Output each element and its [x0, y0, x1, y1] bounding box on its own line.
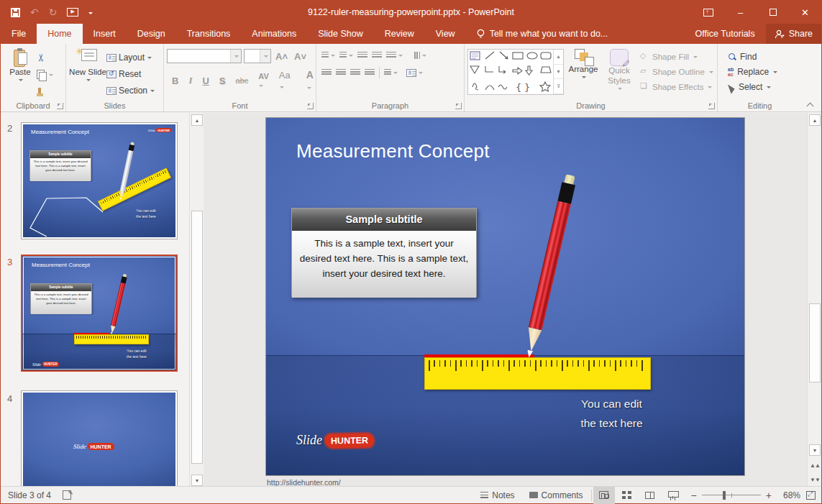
numbering-button[interactable]	[337, 50, 355, 60]
zoom-out-button[interactable]: −	[691, 490, 697, 501]
next-slide-button[interactable]: ▼▼	[809, 474, 821, 485]
notes-toggle-button[interactable]: Notes	[474, 487, 521, 504]
share-button[interactable]: Share	[766, 24, 821, 44]
previous-slide-button[interactable]: ▲▲	[809, 459, 821, 471]
edit-text-placeholder[interactable]: You can editthe text here	[567, 394, 657, 433]
tab-design[interactable]: Design	[127, 24, 176, 44]
layout-button[interactable]: Layout	[106, 50, 155, 65]
slide-sorter-view-button[interactable]	[616, 487, 638, 504]
close-button[interactable]: ✕	[789, 1, 821, 24]
zoom-in-button[interactable]: +	[766, 490, 772, 501]
slide-title[interactable]: Measurement Concept	[296, 140, 490, 162]
shapes-more-icon[interactable]: ⊽	[554, 79, 563, 94]
change-case-button[interactable]: Aa	[277, 70, 293, 91]
shape-outline-button[interactable]: Shape Outline	[640, 64, 713, 79]
tab-home[interactable]: Home	[37, 24, 82, 44]
section-button[interactable]: Section	[106, 83, 155, 98]
current-slide[interactable]: Measurement Concept Sample subtitle This…	[266, 118, 744, 475]
ribbon-display-options-button[interactable]	[692, 1, 724, 24]
office-tutorials-button[interactable]: Office Tutorials	[685, 24, 766, 44]
ruler-graphic[interactable]	[424, 357, 651, 390]
underline-button[interactable]: U	[200, 75, 211, 86]
shape-effects-button[interactable]: Shape Effects	[640, 79, 713, 94]
shapes-scroll-up-icon[interactable]: ▲	[554, 50, 563, 65]
text-shadow-button[interactable]: S	[217, 75, 228, 86]
shrink-font-button[interactable]: A˅	[292, 51, 309, 62]
text-direction-button[interactable]	[411, 50, 429, 60]
tell-me-box[interactable]: Tell me what you want to do...	[466, 24, 618, 44]
align-left-button[interactable]	[319, 68, 334, 78]
thumbnail-scroll-thumb[interactable]	[191, 211, 203, 464]
columns-button[interactable]	[382, 68, 400, 78]
convert-smartart-button[interactable]	[404, 68, 425, 78]
select-button[interactable]: Select	[728, 79, 800, 94]
shape-fill-button[interactable]: Shape Fill	[640, 49, 713, 64]
font-name-combobox[interactable]	[167, 49, 242, 63]
undo-icon[interactable]: ↶	[30, 7, 39, 17]
font-size-combobox[interactable]	[244, 49, 271, 63]
align-right-button[interactable]	[348, 68, 362, 78]
tab-view[interactable]: View	[425, 24, 466, 44]
zoom-level[interactable]: 68%	[779, 490, 805, 500]
justify-button[interactable]	[362, 68, 377, 78]
collapse-ribbon-icon[interactable]	[807, 101, 814, 109]
main-scroll-up-icon[interactable]: ▲	[809, 114, 821, 126]
slideshow-view-button[interactable]	[662, 487, 684, 504]
thumbnail-scrollbar[interactable]: ▲ ▼	[189, 113, 204, 487]
save-icon[interactable]	[11, 8, 20, 17]
quick-styles-button[interactable]: Quick Styles	[603, 47, 636, 98]
tab-review[interactable]: Review	[374, 24, 425, 44]
font-dialog-launcher[interactable]	[307, 103, 314, 109]
fit-slide-to-window-icon[interactable]	[806, 491, 816, 500]
pencil-graphic[interactable]	[521, 174, 577, 361]
arrange-button[interactable]: Arrange	[564, 47, 603, 98]
slide-3-thumbnail[interactable]: Measurement Concept Sample subtitle This…	[21, 255, 178, 372]
normal-view-button[interactable]	[593, 487, 615, 504]
strikethrough-button[interactable]: abc	[234, 76, 251, 85]
tab-transitions[interactable]: Transitions	[176, 24, 242, 44]
tab-insert[interactable]: Insert	[83, 24, 127, 44]
notes-pen-icon[interactable]	[63, 490, 71, 500]
find-button[interactable]: Find	[728, 49, 800, 64]
zoom-slider-thumb[interactable]	[723, 491, 726, 500]
shapes-gallery[interactable]: { } ▲▼⊽	[467, 49, 564, 95]
character-spacing-button[interactable]: AV	[256, 72, 270, 89]
maximize-button[interactable]	[757, 1, 789, 24]
italic-button[interactable]: I	[186, 75, 194, 86]
thumbnail-scroll-down-icon[interactable]: ▼	[191, 475, 203, 486]
clipboard-dialog-launcher[interactable]	[57, 103, 63, 109]
tab-slideshow[interactable]: Slide Show	[307, 24, 374, 44]
copy-button[interactable]	[37, 67, 53, 83]
slide-4-thumbnail[interactable]: Slide HUNTER	[21, 390, 178, 487]
bold-button[interactable]: B	[170, 75, 181, 86]
bullets-button[interactable]	[319, 50, 337, 60]
paste-button[interactable]: Paste	[4, 47, 37, 98]
start-slideshow-icon[interactable]	[67, 8, 78, 17]
drawing-dialog-launcher[interactable]	[708, 103, 715, 109]
zoom-slider[interactable]	[702, 495, 761, 496]
reading-view-button[interactable]	[639, 487, 661, 504]
slide-2-thumbnail[interactable]: Measurement Concept Slide HUNTER Sample …	[21, 122, 178, 239]
thumbnail-scroll-up-icon[interactable]: ▲	[191, 114, 203, 126]
tab-file[interactable]: File	[1, 24, 37, 44]
format-painter-button[interactable]	[37, 84, 53, 100]
align-center-button[interactable]	[334, 68, 348, 78]
subtitle-box[interactable]: Sample subtitle This is a sample text, i…	[291, 208, 477, 297]
new-slide-button[interactable]: ✳ New Slide	[69, 47, 106, 98]
reset-button[interactable]: Reset	[106, 66, 155, 82]
cut-button[interactable]: ✂	[37, 50, 53, 65]
main-scroll-thumb[interactable]	[809, 303, 821, 382]
redo-icon[interactable]: ↻	[49, 7, 58, 17]
shapes-gallery-scrollbar[interactable]: ▲▼⊽	[553, 50, 563, 94]
increase-indent-button[interactable]	[370, 50, 384, 60]
decrease-indent-button[interactable]	[355, 50, 370, 60]
grow-font-button[interactable]: A˄	[273, 51, 290, 62]
shapes-scroll-down-icon[interactable]: ▼	[554, 65, 563, 80]
line-spacing-button[interactable]	[384, 50, 405, 60]
replace-button[interactable]: abacReplace	[728, 64, 800, 79]
main-scroll-down-icon[interactable]: ▼	[809, 444, 821, 456]
minimize-button[interactable]: –	[724, 1, 757, 24]
comments-toggle-button[interactable]: Comments	[523, 487, 590, 504]
font-color-button[interactable]: A	[304, 69, 316, 92]
main-scrollbar[interactable]: ▲ ▼ ▲▲ ▼▼	[807, 113, 821, 487]
